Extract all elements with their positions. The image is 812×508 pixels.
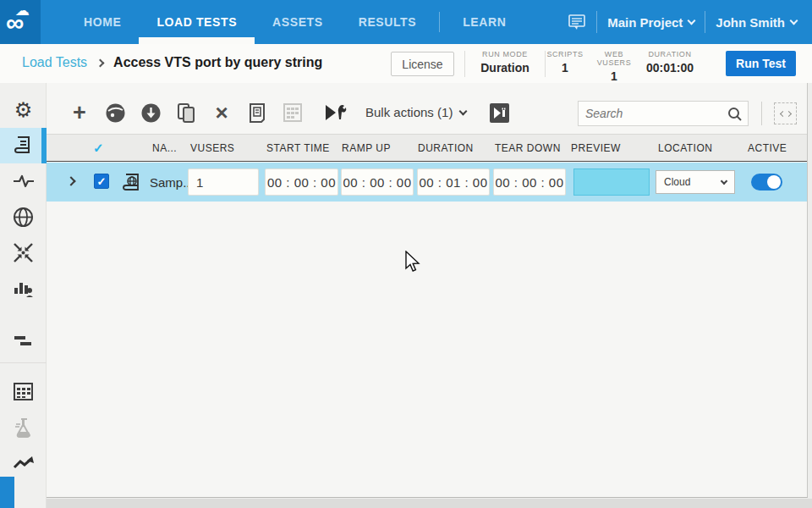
search-icon[interactable] — [727, 107, 743, 122]
sidebar-item-load-tests[interactable] — [0, 128, 47, 163]
sidebar-item-results[interactable] — [0, 323, 47, 359]
grid-icon — [13, 382, 34, 401]
document-icon — [247, 102, 267, 124]
script-name[interactable]: Samp... — [150, 175, 194, 190]
trend-up-icon — [13, 456, 35, 471]
stat-value: 1 — [544, 61, 586, 75]
sidebar-item-assets[interactable] — [0, 373, 47, 409]
divider — [464, 51, 465, 77]
col-start-time[interactable]: START TIME — [266, 142, 330, 154]
runtime-settings-button[interactable] — [322, 100, 348, 125]
sidebar-item-integrations[interactable] — [0, 235, 47, 270]
col-name[interactable]: NA... — [152, 142, 177, 154]
col-duration[interactable]: DURATION — [418, 142, 474, 154]
pulse-icon — [13, 174, 35, 189]
sidebar-item-locations[interactable] — [0, 199, 47, 235]
arrow-right-icon — [785, 110, 791, 116]
chevron-down-icon — [790, 17, 798, 25]
grid-small-icon — [283, 102, 303, 123]
start-time-input[interactable] — [265, 168, 338, 196]
download-icon — [140, 102, 162, 124]
top-divider-2 — [705, 11, 705, 33]
app-root: ☁ ∞ HOME LOAD TESTS ASSETS RESULTS LEARN… — [0, 0, 812, 508]
breadcrumb: Load Tests Access VTS port by query stri… — [22, 55, 322, 70]
delete-button[interactable]: × — [209, 100, 234, 125]
app-logo[interactable]: ☁ ∞ — [0, 0, 41, 44]
sidebar-item-vusers[interactable] — [0, 270, 47, 306]
sidebar-item-monitors[interactable] — [0, 163, 47, 199]
user-menu[interactable]: John Smith — [716, 15, 797, 30]
chevron-down-icon — [459, 107, 468, 115]
sidebar-divider — [0, 362, 47, 363]
plus-icon: + — [73, 102, 86, 124]
table-header: ✓ NA... VUSERS START TIME RAMP UP DURATI… — [47, 134, 807, 162]
location-value: Cloud — [664, 176, 690, 188]
tear-down-input[interactable] — [493, 168, 566, 196]
stat-label: SCRIPTS — [544, 50, 586, 58]
project-selector[interactable]: Main Project — [607, 15, 694, 30]
page-title: Access VTS port by query string — [113, 55, 322, 70]
sub-header: Load Tests Access VTS port by query stri… — [0, 44, 812, 83]
active-toggle[interactable] — [751, 174, 782, 190]
stat-web-vusers: WEB VUSERS 1 — [589, 50, 639, 83]
sidebar-item-settings[interactable]: ⚙ — [0, 92, 47, 128]
license-button[interactable]: License — [391, 52, 454, 76]
select-all-check-icon[interactable]: ✓ — [93, 141, 104, 156]
bottom-strip — [47, 499, 812, 508]
breadcrumb-load-tests[interactable]: Load Tests — [22, 55, 87, 70]
expand-row-chevron[interactable] — [66, 176, 75, 185]
duration-input[interactable] — [417, 168, 490, 196]
bulk-actions-dropdown[interactable]: Bulk actions (1) — [365, 105, 466, 119]
search-input[interactable] — [579, 102, 722, 125]
ramp-up-input[interactable] — [341, 168, 414, 196]
record-script-button[interactable] — [102, 100, 128, 125]
add-script-button[interactable]: + — [67, 100, 92, 125]
col-active[interactable]: ACTIVE — [748, 142, 787, 154]
sidebar-item-lab[interactable] — [0, 410, 47, 445]
results-bars-icon — [13, 334, 35, 348]
script-icon — [14, 135, 34, 157]
stat-label: DURATION — [641, 50, 699, 58]
top-right-cluster: Main Project John Smith — [568, 0, 812, 44]
location-select[interactable]: Cloud — [656, 170, 735, 194]
nav-results[interactable]: RESULTS — [341, 0, 435, 44]
stat-label: RUN MODE — [471, 50, 539, 58]
row-checkbox[interactable]: ✓ — [94, 174, 109, 189]
stat-run-mode: RUN MODE Duration — [471, 50, 539, 75]
table-row: ✓ Samp... Cloud — [47, 163, 807, 202]
project-name: Main Project — [607, 15, 683, 30]
globe-icon — [13, 207, 34, 228]
breadcrumb-chevron-icon — [96, 58, 105, 67]
nav-divider — [439, 12, 440, 32]
view-script-button[interactable] — [244, 100, 270, 125]
ramp-preview[interactable] — [573, 168, 650, 196]
left-sidebar: ⚙ — [0, 83, 47, 508]
schedule-button[interactable] — [280, 100, 305, 125]
duplicate-button[interactable] — [173, 100, 199, 125]
toggle-knob — [767, 175, 781, 189]
run-square-icon — [489, 102, 510, 124]
sidebar-item-trends[interactable] — [0, 445, 47, 481]
toolbar-divider — [761, 102, 762, 125]
bulk-run-button[interactable] — [486, 100, 512, 125]
feedback-icon[interactable] — [568, 14, 586, 30]
stat-duration: DURATION 00:01:00 — [641, 50, 699, 75]
vusers-input[interactable] — [188, 168, 259, 196]
col-tear-down[interactable]: TEAR DOWN — [495, 142, 561, 154]
run-test-button[interactable]: Run Test — [726, 51, 796, 76]
download-script-button[interactable] — [138, 100, 163, 125]
search-box — [578, 101, 749, 126]
nav-assets[interactable]: ASSETS — [255, 0, 341, 44]
nav-learn[interactable]: LEARN — [445, 0, 524, 44]
nav-home[interactable]: HOME — [66, 0, 139, 44]
stat-value: Duration — [471, 61, 539, 75]
close-icon: × — [215, 102, 228, 124]
nav-load-tests[interactable]: LOAD TESTS — [139, 0, 255, 44]
column-resize-button[interactable] — [774, 102, 797, 124]
col-ramp-up[interactable]: RAMP UP — [342, 142, 391, 154]
col-vusers[interactable]: VUSERS — [190, 142, 234, 154]
chevron-down-icon — [721, 177, 727, 184]
top-navbar: ☁ ∞ HOME LOAD TESTS ASSETS RESULTS LEARN… — [0, 0, 812, 44]
col-location[interactable]: LOCATION — [658, 142, 712, 154]
col-preview[interactable]: PREVIEW — [571, 142, 621, 154]
